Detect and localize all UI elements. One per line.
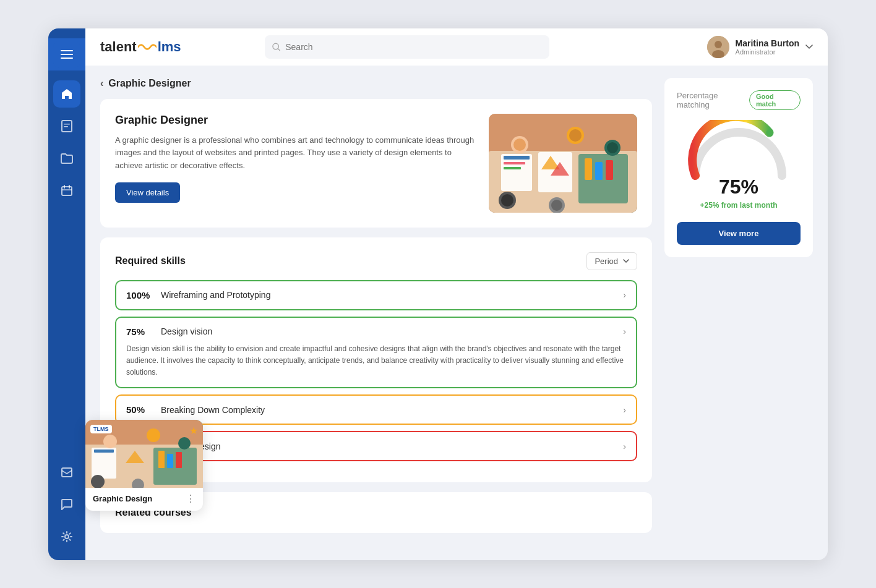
- skill-percent: 50%: [126, 404, 153, 415]
- svg-rect-0: [61, 50, 73, 51]
- chat-icon[interactable]: [53, 491, 80, 518]
- gauge-percent: 75%: [719, 176, 758, 198]
- svg-rect-4: [64, 124, 70, 125]
- calendar-icon[interactable]: [53, 177, 80, 204]
- gauge-change-value: +25%: [700, 201, 719, 210]
- svg-rect-29: [606, 160, 613, 180]
- more-options-button[interactable]: ⋮: [186, 493, 195, 505]
- svg-point-52: [178, 437, 191, 450]
- svg-rect-28: [595, 162, 603, 180]
- sidebar-menu-button[interactable]: [48, 38, 85, 70]
- svg-point-31: [513, 138, 526, 151]
- avatar: [707, 36, 729, 58]
- job-description: A graphic designer is a professional who…: [115, 134, 476, 173]
- svg-point-35: [607, 142, 618, 153]
- skills-title: Required skills: [115, 255, 186, 266]
- sidebar-bottom: [53, 459, 80, 550]
- match-card: Percentage matching Good match: [664, 78, 813, 257]
- user-info: Maritina Burton Administrator: [736, 38, 799, 56]
- skill-name: Wireframing and Prototyping: [161, 290, 270, 300]
- folder-icon[interactable]: [53, 145, 80, 172]
- skill-percent: 100%: [126, 290, 153, 300]
- logo-talent-text: talent: [100, 39, 137, 55]
- skill-item-wireframing[interactable]: 100% Wireframing and Prototyping ›: [115, 280, 637, 310]
- svg-point-39: [551, 200, 562, 211]
- floating-card-footer: Graphic Design ⋮: [85, 488, 203, 505]
- svg-rect-21: [504, 162, 525, 164]
- inbox-icon[interactable]: [53, 459, 80, 486]
- floating-card-title: Graphic Design: [93, 494, 152, 503]
- svg-rect-48: [167, 454, 173, 468]
- svg-point-11: [65, 535, 69, 539]
- skill-name: Design vision: [161, 326, 212, 336]
- view-details-button[interactable]: View details: [115, 182, 180, 203]
- logo-wave-icon: [138, 43, 157, 51]
- skill-chevron-icon: ›: [623, 326, 626, 336]
- logo: talent lms: [100, 39, 181, 55]
- svg-rect-49: [176, 452, 182, 468]
- skill-chevron-icon: ›: [623, 290, 626, 300]
- job-image: [489, 114, 637, 213]
- skill-chevron-icon: ›: [623, 441, 626, 451]
- job-info: Graphic Designer A graphic designer is a…: [115, 114, 476, 213]
- view-more-button[interactable]: View more: [677, 222, 801, 245]
- svg-rect-1: [61, 54, 73, 55]
- svg-point-53: [91, 475, 105, 488]
- match-header: Percentage matching Good match: [677, 90, 801, 110]
- book-icon[interactable]: [53, 113, 80, 140]
- search-bar[interactable]: [265, 35, 549, 59]
- gauge-container: 75% +25% from last month: [677, 120, 801, 210]
- chevron-down-icon: [623, 259, 629, 263]
- svg-rect-2: [61, 58, 73, 59]
- star-icon: ★: [189, 425, 198, 437]
- gauge-change-suffix: from last month: [719, 201, 778, 210]
- svg-rect-10: [62, 468, 72, 477]
- svg-rect-44: [94, 450, 114, 453]
- topnav: talent lms: [85, 28, 828, 66]
- svg-rect-22: [504, 167, 521, 169]
- skills-header: Required skills Period: [115, 252, 637, 270]
- sidebar: [48, 28, 85, 560]
- logo-lms-text: lms: [158, 39, 181, 55]
- user-area: Maritina Burton Administrator: [707, 36, 813, 58]
- svg-point-37: [501, 194, 513, 207]
- skill-item-design-vision[interactable]: 75% Design vision › Design vision skill …: [115, 317, 637, 389]
- skill-percent: 75%: [126, 326, 153, 337]
- period-dropdown[interactable]: Period: [586, 252, 637, 270]
- svg-rect-27: [585, 158, 592, 180]
- gauge-change: +25% from last month: [700, 201, 777, 210]
- job-card: Graphic Designer A graphic designer is a…: [100, 99, 652, 228]
- svg-line-13: [278, 48, 280, 50]
- gauge-chart: [683, 120, 794, 182]
- svg-rect-47: [158, 451, 165, 468]
- svg-point-51: [147, 428, 160, 442]
- chevron-down-icon[interactable]: [805, 45, 813, 49]
- svg-rect-5: [64, 126, 68, 127]
- skill-description: Design vision skill is the ability to en…: [126, 343, 626, 379]
- svg-rect-20: [504, 156, 530, 160]
- skill-chevron-icon: ›: [623, 405, 626, 415]
- user-role: Administrator: [736, 48, 799, 56]
- svg-point-33: [569, 129, 582, 142]
- search-icon: [272, 43, 280, 51]
- search-input[interactable]: [285, 42, 542, 52]
- home-icon[interactable]: [53, 80, 80, 108]
- user-name: Maritina Burton: [736, 38, 799, 48]
- tlms-badge: TLMS: [90, 425, 112, 433]
- menu-icon[interactable]: [53, 41, 80, 68]
- right-panel: Percentage matching Good match: [664, 78, 813, 548]
- good-match-badge: Good match: [749, 90, 801, 110]
- breadcrumb: ‹ Graphic Designer: [100, 78, 652, 89]
- floating-card: TLMS ★ Graphic Design ⋮: [85, 420, 203, 511]
- settings-icon[interactable]: [53, 523, 80, 550]
- job-title: Graphic Designer: [115, 114, 476, 127]
- svg-rect-6: [62, 187, 72, 195]
- back-button[interactable]: ‹: [100, 78, 103, 89]
- skill-name: Breaking Down Complexity: [161, 405, 265, 415]
- svg-point-40: [766, 129, 773, 135]
- match-label: Percentage matching: [677, 91, 749, 109]
- svg-point-50: [103, 435, 117, 448]
- period-label: Period: [595, 257, 618, 266]
- page-title: Graphic Designer: [108, 78, 191, 89]
- floating-card-image: TLMS ★: [85, 420, 203, 488]
